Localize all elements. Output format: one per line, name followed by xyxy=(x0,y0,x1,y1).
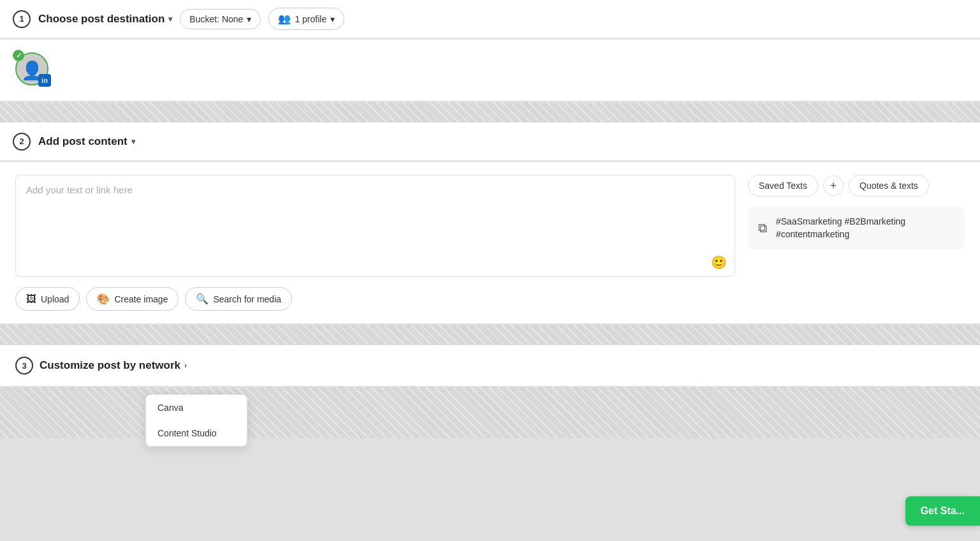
upload-icon: 🖼 xyxy=(26,293,36,305)
step1-header: 1 Choose post destination ▾ Bucket: None… xyxy=(0,0,980,38)
left-panel: Add your text or link here 🙂 🖼 Upload 🎨 … xyxy=(15,175,735,311)
search-media-button[interactable]: 🔍 Search for media xyxy=(185,287,292,311)
hatch-divider xyxy=(0,102,980,122)
bucket-chevron-icon: ▾ xyxy=(247,14,251,24)
step2-content: Add your text or link here 🙂 🖼 Upload 🎨 … xyxy=(0,162,980,323)
step2-chevron-icon: ▾ xyxy=(131,137,135,146)
step3-chevron-icon: › xyxy=(184,361,187,370)
create-image-icon: 🎨 xyxy=(97,293,110,305)
avatar-wrap: 👤 ✓ in xyxy=(15,52,48,85)
copy-icon[interactable]: ⧉ xyxy=(758,221,767,235)
text-placeholder: Add your text or link here xyxy=(26,184,133,195)
linkedin-badge: in xyxy=(38,74,51,87)
search-media-icon: 🔍 xyxy=(196,293,208,305)
profile-dropdown[interactable]: 👥 1 profile ▾ xyxy=(268,8,344,30)
dropdown-item-canva[interactable]: Canva xyxy=(146,395,247,420)
step3-section: 3 Customize post by network › xyxy=(0,345,980,386)
page-wrapper: 1 Choose post destination ▾ Bucket: None… xyxy=(0,0,980,541)
create-image-button[interactable]: 🎨 Create image xyxy=(86,287,179,311)
plus-button[interactable]: + xyxy=(823,175,844,196)
step2-title[interactable]: Add post content ▾ xyxy=(38,135,135,148)
profile-chevron-icon: ▾ xyxy=(330,14,335,24)
check-badge: ✓ xyxy=(13,50,24,61)
tab-saved-texts[interactable]: Saved Texts xyxy=(748,175,818,196)
step1-title[interactable]: Choose post destination ▾ xyxy=(38,13,172,26)
step3-title[interactable]: Customize post by network › xyxy=(40,359,187,372)
dropdown-item-content-studio[interactable]: Content Studio xyxy=(146,420,247,446)
emoji-button[interactable]: 🙂 xyxy=(711,255,727,270)
step3-number: 3 xyxy=(15,357,33,374)
content-inner: Add your text or link here 🙂 🖼 Upload 🎨 … xyxy=(15,175,965,311)
upload-button[interactable]: 🖼 Upload xyxy=(15,287,80,311)
profile-section: 👤 ✓ in xyxy=(0,40,980,101)
media-buttons: 🖼 Upload 🎨 Create image 🔍 Search for med… xyxy=(15,287,735,311)
tab-quotes-texts[interactable]: Quotes & texts xyxy=(849,175,929,196)
get-started-button[interactable]: Get Sta... xyxy=(905,496,980,526)
right-panel: Saved Texts + Quotes & texts ⧉ #SaaSmark… xyxy=(748,175,965,311)
profile-icon: 👥 xyxy=(278,13,291,25)
step1-chevron-icon: ▾ xyxy=(168,15,172,24)
step1-number: 1 xyxy=(13,10,31,28)
right-tabs: Saved Texts + Quotes & texts xyxy=(748,175,965,196)
text-area-wrapper[interactable]: Add your text or link here 🙂 xyxy=(15,175,735,277)
hatch-divider-2 xyxy=(0,325,980,345)
hashtag-text: #SaaSmarketing #B2Bmarketing #contentmar… xyxy=(776,216,954,241)
bucket-dropdown[interactable]: Bucket: None ▾ xyxy=(180,9,261,29)
hashtag-card: ⧉ #SaaSmarketing #B2Bmarketing #contentm… xyxy=(748,207,965,249)
create-image-dropdown: Canva Content Studio xyxy=(145,394,247,447)
step2-header: 2 Add post content ▾ xyxy=(0,122,980,161)
step2-number: 2 xyxy=(13,133,31,151)
